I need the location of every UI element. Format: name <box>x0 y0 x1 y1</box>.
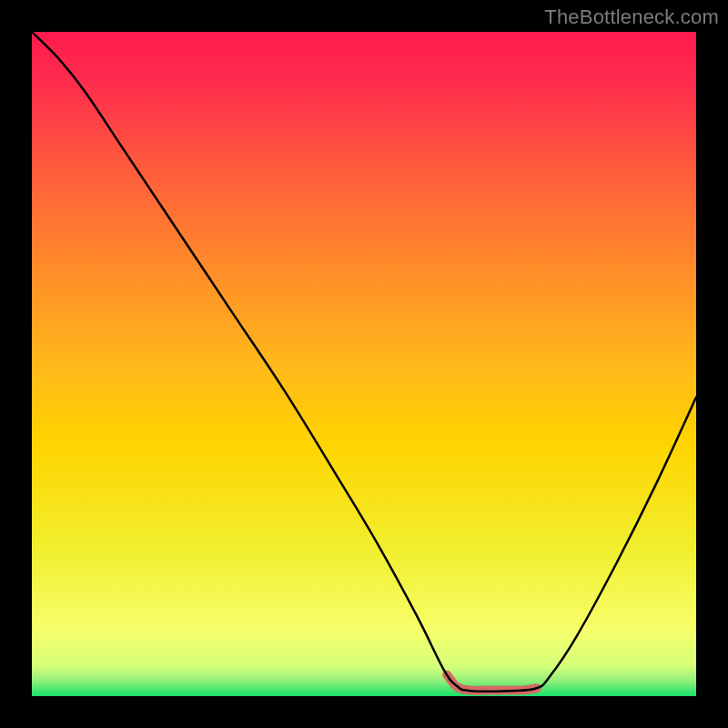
gradient-background <box>32 32 696 696</box>
chart-plot-area <box>32 32 696 696</box>
attribution-text: TheBottleneck.com <box>544 5 719 29</box>
chart-svg <box>32 32 696 696</box>
chart-frame: TheBottleneck.com <box>0 0 728 728</box>
